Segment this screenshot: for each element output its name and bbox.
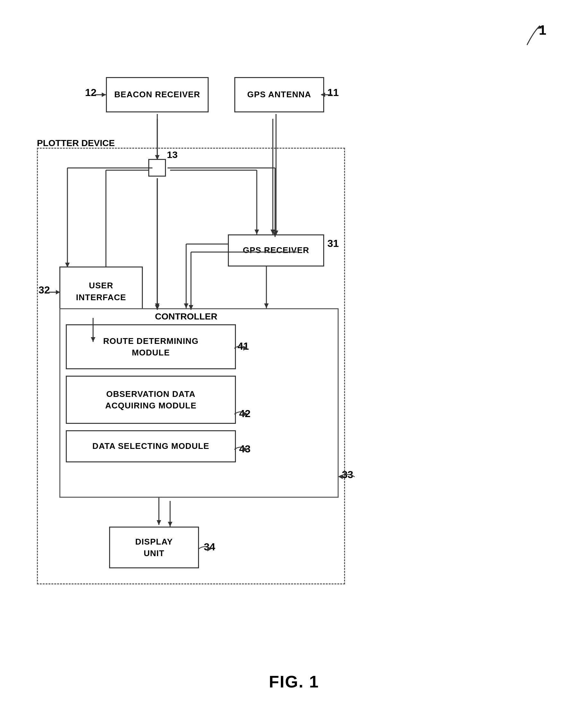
route-determining-box: ROUTE DETERMINING MODULE — [66, 324, 236, 369]
data-selecting-label: DATA SELECTING MODULE — [92, 441, 209, 452]
ref-1-number: 1 — [539, 22, 546, 38]
display-unit-ref: 34 — [204, 541, 215, 553]
observation-data-ref: 42 — [239, 408, 251, 420]
user-interface-label: USER INTERFACE — [76, 280, 126, 303]
controller-ref: 33 — [342, 469, 353, 481]
observation-data-label: OBSERVATION DATA ACQUIRING MODULE — [105, 388, 197, 412]
ref-1-label: 1 — [508, 19, 546, 53]
junction-ref: 13 — [167, 149, 177, 160]
junction-box — [148, 159, 166, 177]
gps-receiver-ref: 31 — [328, 238, 339, 249]
gps-antenna-label: GPS ANTENNA — [247, 89, 311, 100]
route-determining-ref: 41 — [237, 340, 249, 352]
svg-marker-26 — [102, 93, 106, 97]
observation-data-box: OBSERVATION DATA ACQUIRING MODULE — [66, 376, 236, 424]
controller-label: CONTROLLER — [144, 311, 228, 322]
ref12-arrow — [95, 90, 107, 100]
figure-label: FIG. 1 — [269, 672, 319, 691]
beacon-receiver-label: BEACON RECEIVER — [114, 89, 200, 100]
plotter-device-label: PLOTTER DEVICE — [37, 138, 115, 148]
gps-antenna-box: GPS ANTENNA — [234, 77, 324, 112]
beacon-receiver-box: BEACON RECEIVER — [106, 77, 209, 112]
gps-receiver-box: GPS RECEIVER — [228, 234, 324, 267]
gps-antenna-ref: 11 — [328, 87, 339, 99]
data-selecting-box: DATA SELECTING MODULE — [66, 430, 236, 463]
beacon-receiver-ref: 12 — [85, 87, 97, 99]
user-interface-ref: 32 — [39, 284, 50, 296]
route-determining-label: ROUTE DETERMINING MODULE — [103, 335, 198, 358]
gps-receiver-label: GPS RECEIVER — [243, 245, 309, 256]
display-unit-label: DISPLAY UNIT — [135, 536, 173, 559]
data-selecting-ref: 43 — [239, 443, 251, 455]
display-unit-box: DISPLAY UNIT — [109, 527, 199, 568]
